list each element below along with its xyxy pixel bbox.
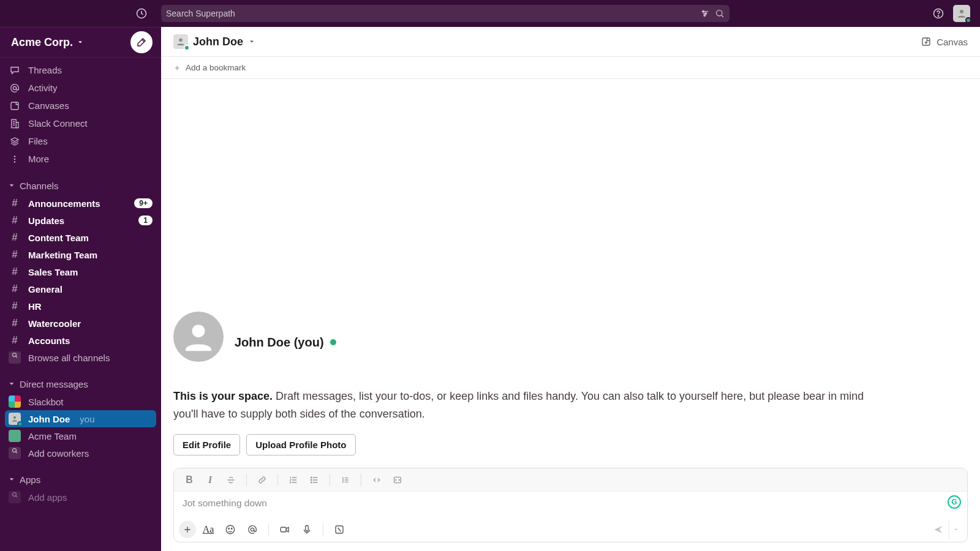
conversation-title[interactable]: John Doe — [173, 34, 255, 49]
self-dm-intro: John Doe (you) This is your space. Draft… — [173, 312, 968, 468]
svg-rect-29 — [281, 527, 286, 532]
section-apps[interactable]: Apps — [0, 470, 161, 489]
svg-point-6 — [938, 16, 938, 17]
search-input[interactable]: Search Superpath — [161, 5, 729, 22]
bold-button[interactable]: B — [180, 471, 198, 489]
svg-point-27 — [232, 528, 233, 530]
mention-icon — [9, 83, 21, 94]
svg-point-4 — [717, 10, 722, 16]
team-avatar — [9, 430, 21, 442]
help-icon[interactable] — [932, 7, 944, 20]
svg-point-11 — [14, 156, 15, 157]
threads-icon — [9, 65, 21, 76]
compose-button[interactable] — [130, 31, 153, 53]
format-toggle-button[interactable]: Aa — [198, 520, 218, 539]
nav-slack-connect[interactable]: Slack Connect — [0, 114, 161, 132]
shortcuts-button[interactable] — [330, 520, 349, 539]
you-label: you — [80, 414, 94, 424]
top-bar: Search Superpath — [0, 0, 980, 27]
canvas-icon — [921, 36, 932, 47]
svg-point-26 — [228, 528, 230, 530]
upload-photo-button[interactable]: Upload Profile Photo — [246, 434, 355, 455]
strike-button[interactable] — [222, 471, 240, 489]
channel-updates[interactable]: #Updates1 — [0, 212, 161, 229]
search-placeholder: Search Superpath — [166, 9, 700, 18]
channel-announcements[interactable]: #Announcements9+ — [0, 195, 161, 212]
codeblock-button[interactable] — [388, 471, 407, 489]
nav-files[interactable]: Files — [0, 132, 161, 150]
ordered-list-button[interactable] — [284, 471, 303, 489]
workspace-name: Acme Corp. — [11, 36, 73, 49]
dm-self[interactable]: John Doe you — [5, 410, 156, 427]
svg-point-18 — [179, 39, 182, 42]
svg-rect-9 — [11, 102, 18, 110]
nav-threads[interactable]: Threads — [0, 61, 161, 79]
message-composer: B I Jot something down G — [173, 468, 968, 542]
hash-icon: # — [9, 214, 21, 227]
user-avatar[interactable] — [953, 5, 970, 22]
svg-rect-30 — [306, 525, 309, 531]
svg-point-12 — [14, 158, 15, 159]
channel-marketing-team[interactable]: #Marketing Team — [0, 246, 161, 263]
conversation-header: John Doe Canvas — [161, 27, 980, 57]
channel-accounts[interactable]: #Accounts — [0, 332, 161, 349]
composer-placeholder: Jot something down — [183, 498, 267, 508]
send-options-button[interactable] — [949, 520, 962, 539]
nav-more[interactable]: More — [0, 150, 161, 168]
add-coworkers[interactable]: Add coworkers — [0, 444, 161, 462]
bookmark-bar[interactable]: Add a bookmark — [161, 57, 980, 79]
history-icon[interactable] — [135, 7, 148, 20]
unread-badge: 9+ — [134, 198, 153, 208]
browse-channels[interactable]: Browse all channels — [0, 349, 161, 366]
channel-general[interactable]: #General — [0, 280, 161, 298]
channel-content-team[interactable]: #Content Team — [0, 229, 161, 246]
svg-point-2 — [705, 13, 707, 15]
filter-icon[interactable] — [700, 9, 710, 18]
italic-button[interactable]: I — [201, 471, 219, 489]
bullet-list-button[interactable] — [305, 471, 323, 489]
message-input[interactable]: Jot something down G — [174, 492, 967, 517]
user-avatar-small — [9, 413, 21, 425]
files-icon — [9, 136, 21, 147]
channel-hr[interactable]: #HR — [0, 298, 161, 315]
dm-slackbot[interactable]: Slackbot — [0, 393, 161, 410]
emoji-button[interactable] — [221, 520, 240, 539]
presence-indicator — [965, 17, 971, 23]
slackbot-avatar — [9, 395, 21, 408]
svg-point-17 — [13, 493, 17, 497]
channel-sales-team[interactable]: #Sales Team — [0, 263, 161, 280]
section-channels[interactable]: Channels — [0, 176, 161, 195]
hash-icon: # — [9, 317, 21, 329]
video-button[interactable] — [275, 520, 295, 539]
attach-button[interactable] — [179, 521, 196, 538]
nav-canvases[interactable]: Canvases — [0, 97, 161, 114]
format-toolbar: B I — [174, 468, 967, 492]
channel-watercooler[interactable]: #Watercooler — [0, 315, 161, 332]
nav-activity[interactable]: Activity — [0, 79, 161, 97]
presence-indicator — [330, 339, 336, 345]
caret-down-icon — [9, 182, 15, 189]
svg-point-28 — [251, 528, 254, 531]
more-icon — [9, 154, 21, 165]
audio-button[interactable] — [297, 520, 317, 539]
link-button[interactable] — [253, 471, 271, 489]
svg-point-14 — [13, 353, 17, 357]
caret-down-icon — [9, 476, 15, 482]
svg-point-23 — [311, 482, 312, 483]
hash-icon: # — [9, 249, 21, 261]
grammarly-icon[interactable]: G — [948, 495, 961, 509]
plus-icon — [173, 64, 181, 72]
sidebar: Acme Corp. Threads Activity Canvases — [0, 27, 161, 551]
section-direct-messages[interactable]: Direct messages — [0, 375, 161, 393]
send-button[interactable] — [928, 520, 949, 539]
add-apps[interactable]: Add apps — [0, 489, 161, 506]
canvas-button[interactable]: Canvas — [921, 36, 968, 47]
svg-point-13 — [14, 161, 15, 162]
blockquote-button[interactable] — [336, 471, 355, 489]
edit-profile-button[interactable]: Edit Profile — [173, 434, 240, 455]
dm-acme-team[interactable]: Acme Team — [0, 427, 161, 444]
search-icon[interactable] — [715, 9, 725, 18]
workspace-switcher[interactable]: Acme Corp. — [0, 27, 161, 58]
code-button[interactable] — [368, 471, 386, 489]
mention-button[interactable] — [243, 520, 262, 539]
